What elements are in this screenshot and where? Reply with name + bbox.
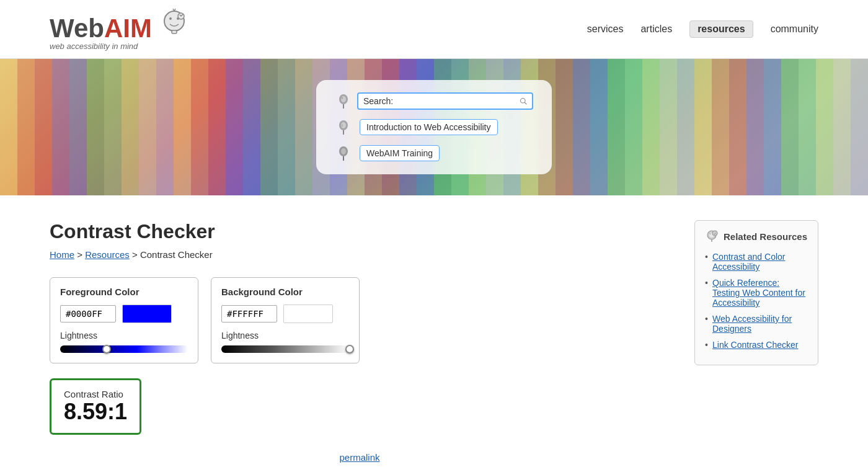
related-resources-box: ✓ Related Resources Contrast and Color A… <box>694 220 818 365</box>
background-slider-thumb <box>345 345 354 354</box>
foreground-slider-container <box>60 345 188 354</box>
nav-articles[interactable]: articles <box>640 24 672 35</box>
background-hex-input[interactable] <box>221 305 277 322</box>
search-icon <box>520 96 527 106</box>
foreground-swatch <box>122 305 172 323</box>
logo-text: WebAIM web accessibility in mind <box>50 7 189 51</box>
search-row: Search: <box>335 92 533 110</box>
related-item-3: Link Contrast Checker <box>705 340 808 350</box>
related-link-0[interactable]: Contrast and Color Accessibility <box>712 252 786 272</box>
content-area: Contrast Checker Home > Resources > Cont… <box>50 220 670 463</box>
svg-line-9 <box>525 102 526 104</box>
breadcrumb-home[interactable]: Home <box>50 249 74 260</box>
search-input-wrapper[interactable]: Search: <box>357 92 533 110</box>
related-item-0: Contrast and Color Accessibility <box>705 252 808 272</box>
search-input[interactable] <box>396 96 520 106</box>
foreground-title: Foreground Color <box>60 287 188 297</box>
related-resources-icon: ✓ <box>705 229 719 243</box>
svg-rect-3 <box>172 30 177 33</box>
svg-point-1 <box>169 17 172 20</box>
svg-point-8 <box>520 98 525 103</box>
nav-community[interactable]: community <box>771 24 818 35</box>
suggestion-row-1: i Introduction to Web Accessibility <box>335 118 533 136</box>
related-link-2[interactable]: Web Accessibility for Designers <box>712 314 792 334</box>
breadcrumb-sep-1: > <box>77 249 85 260</box>
foreground-slider-track <box>60 345 188 353</box>
breadcrumb: Home > Resources > Contrast Checker <box>50 249 670 260</box>
foreground-color-box: Foreground Color Lightness <box>50 277 198 363</box>
background-slider-container <box>221 345 349 354</box>
info-pin-icon-2 <box>335 145 352 162</box>
foreground-input-row <box>60 305 188 323</box>
related-resources-list: Contrast and Color Accessibility Quick R… <box>705 252 808 350</box>
svg-text:i: i <box>342 123 343 128</box>
svg-point-14 <box>341 148 346 154</box>
background-slider-track <box>221 345 349 353</box>
logo-head-icon <box>159 7 189 37</box>
foreground-slider-thumb <box>102 345 111 354</box>
foreground-hex-input[interactable] <box>60 305 116 322</box>
contrast-ratio-number: 8.59 <box>64 399 107 424</box>
svg-text:✓: ✓ <box>714 232 716 236</box>
breadcrumb-resources[interactable]: Resources <box>85 249 130 260</box>
svg-point-6 <box>341 96 346 102</box>
logo-web: Web <box>50 14 104 43</box>
related-item-2: Web Accessibility for Designers <box>705 314 808 334</box>
contrast-ratio-value: 8.59:1 <box>64 399 127 424</box>
hero-search-box: Search: i Introduction to Web Accessibil… <box>316 80 552 174</box>
logo-aim: AIM <box>104 14 152 43</box>
background-lightness-label: Lightness <box>221 331 349 340</box>
suggestion-1[interactable]: Introduction to Web Accessibility <box>360 119 498 135</box>
related-link-3[interactable]: Link Contrast Checker <box>712 340 799 350</box>
main-nav: services articles resources community <box>587 20 818 38</box>
nav-services[interactable]: services <box>587 24 624 35</box>
permalink-link[interactable]: permalink <box>50 452 670 463</box>
contrast-ratio-suffix: :1 <box>107 399 127 424</box>
sidebar: ✓ Related Resources Contrast and Color A… <box>694 220 818 365</box>
related-resources-title: Related Resources <box>724 231 807 242</box>
foreground-lightness-label: Lightness <box>60 331 188 340</box>
suggestion-row-2: WebAIM Training <box>335 145 533 162</box>
logo-tagline: web accessibility in mind <box>50 42 189 51</box>
search-pin-icon <box>335 92 352 110</box>
related-resources-header: ✓ Related Resources <box>705 229 808 243</box>
svg-point-17 <box>709 233 711 234</box>
background-input-row <box>221 305 349 323</box>
hero-banner: Search: i Introduction to Web Accessibil… <box>0 59 868 195</box>
related-link-1[interactable]: Quick Reference: Testing Web Content for… <box>712 278 805 308</box>
background-color-box: Background Color Lightness <box>211 277 360 363</box>
background-title: Background Color <box>221 287 349 297</box>
search-label: Search: <box>363 96 393 106</box>
breadcrumb-current: Contrast Checker <box>140 249 213 260</box>
logo-area: WebAIM web accessibility in mind <box>50 7 189 51</box>
contrast-ratio-box: Contrast Ratio 8.59:1 permalink <box>50 378 670 463</box>
color-inputs-row: Foreground Color Lightness Background Co… <box>50 277 670 363</box>
suggestion-2[interactable]: WebAIM Training <box>360 145 440 161</box>
main-container: Contrast Checker Home > Resources > Cont… <box>0 195 868 467</box>
nav-resources[interactable]: resources <box>689 20 753 38</box>
info-pin-icon-1: i <box>335 118 352 136</box>
site-header: WebAIM web accessibility in mind service… <box>0 0 868 59</box>
page-title: Contrast Checker <box>50 220 670 243</box>
svg-point-7 <box>342 97 343 99</box>
breadcrumb-sep-2: > <box>132 249 140 260</box>
related-item-1: Quick Reference: Testing Web Content for… <box>705 278 808 308</box>
background-swatch <box>283 305 333 323</box>
contrast-ratio-label: Contrast Ratio <box>64 389 127 399</box>
